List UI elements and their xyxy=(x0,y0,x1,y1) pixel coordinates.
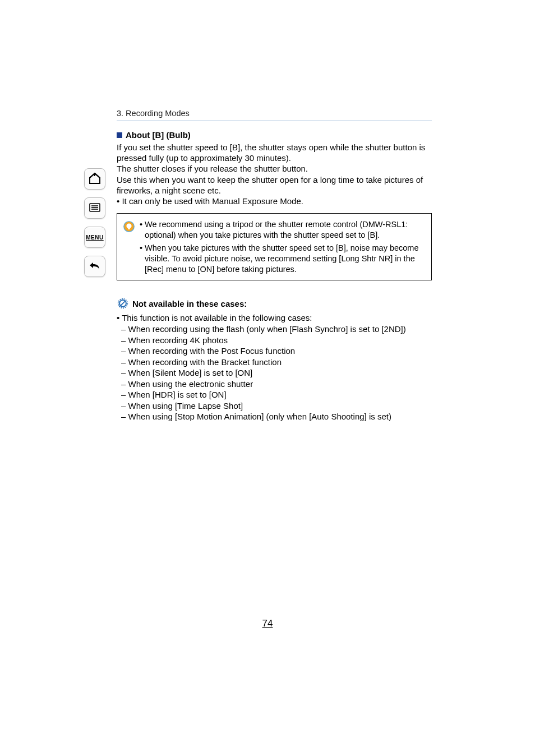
body-line: Use this when you want to keep the shutt… xyxy=(117,174,432,185)
body-line: • It can only be used with Manual Exposu… xyxy=(117,196,432,206)
tip-text: When you take pictures with the shutter … xyxy=(145,243,425,275)
heading-row: About [B] (Bulb) xyxy=(117,130,432,140)
body-line: If you set the shutter speed to [B], the… xyxy=(117,142,432,153)
tip-box: • We recommend using a tripod or the shu… xyxy=(117,213,432,280)
back-button[interactable] xyxy=(84,256,105,277)
na-item: – When recording 4K photos xyxy=(117,335,432,346)
tip-item: • When you take pictures with the shutte… xyxy=(140,243,425,275)
body-line: pressed fully (up to approximately 30 mi… xyxy=(117,153,432,163)
home-button[interactable] xyxy=(84,168,105,190)
na-item: – When using the electronic shutter xyxy=(117,379,432,390)
page-number: 74 xyxy=(0,618,535,629)
section-label: 3. Recording Modes xyxy=(117,109,432,119)
na-item: – When recording with the Post Focus fun… xyxy=(117,345,432,357)
square-bullet-icon xyxy=(117,132,122,138)
body-line: The shutter closes if you release the sh… xyxy=(117,163,432,174)
home-icon xyxy=(88,172,102,187)
svg-line-8 xyxy=(121,301,125,306)
not-available-header: Not available in these cases: xyxy=(117,297,432,310)
not-available-list: – When recording using the flash (only w… xyxy=(117,324,432,422)
back-arrow-icon xyxy=(88,259,102,274)
na-item: – When using [Stop Motion Animation] (on… xyxy=(117,411,432,422)
menu-label: MENU xyxy=(86,234,103,241)
heading-text: About [B] (Bulb) xyxy=(126,130,191,140)
svg-rect-5 xyxy=(128,228,130,229)
na-item: – When [HDR] is set to [ON] xyxy=(117,389,432,400)
page-content: 3. Recording Modes About [B] (Bulb) If y… xyxy=(117,109,432,422)
na-item: – When using [Time Lapse Shot] xyxy=(117,400,432,412)
tip-list: • We recommend using a tripod or the shu… xyxy=(140,219,425,274)
menu-button[interactable]: MENU xyxy=(84,227,105,248)
list-icon xyxy=(88,201,102,216)
bullet: • xyxy=(140,243,142,275)
not-available-section: Not available in these cases: • This fun… xyxy=(117,297,432,422)
section-rule xyxy=(117,121,432,121)
na-item: – When [Silent Mode] is set to [ON] xyxy=(117,367,432,379)
tip-item: • We recommend using a tripod or the shu… xyxy=(140,219,425,241)
sidebar-nav: MENU xyxy=(83,168,107,277)
lightbulb-icon xyxy=(123,220,135,233)
tip-text: We recommend using a tripod or the shutt… xyxy=(145,219,425,241)
body-line: fireworks, a night scene etc. xyxy=(117,185,432,196)
toc-button[interactable] xyxy=(84,197,105,219)
na-item: – When recording using the flash (only w… xyxy=(117,324,432,335)
prohibited-icon xyxy=(117,297,129,310)
body-paragraph: If you set the shutter speed to [B], the… xyxy=(117,142,432,206)
not-available-title: Not available in these cases: xyxy=(132,299,247,308)
bullet: • xyxy=(140,219,142,241)
not-available-lead: • This function is not available in the … xyxy=(117,313,432,322)
na-item: – When recording with the Bracket functi… xyxy=(117,357,432,368)
